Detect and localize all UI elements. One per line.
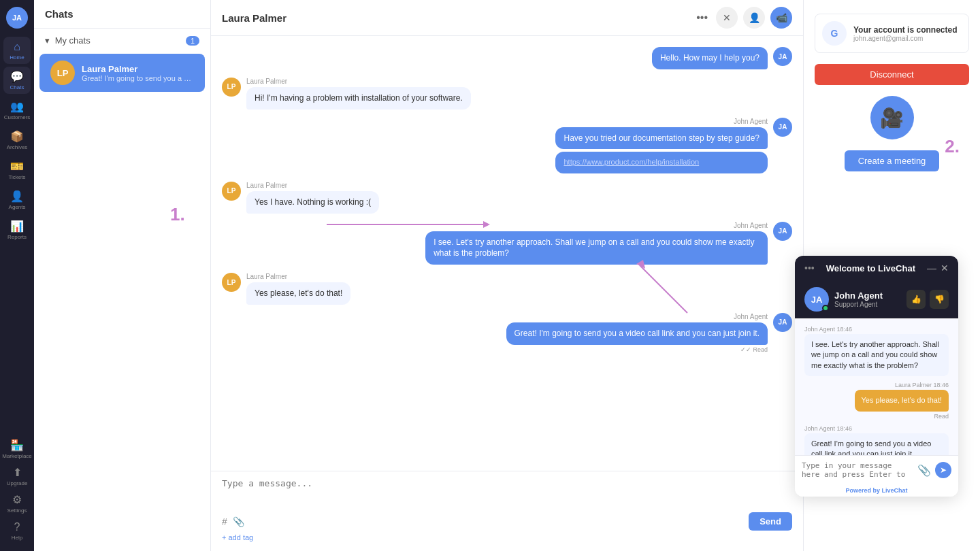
- sidebar-item-archives[interactable]: 📦 Archives: [3, 127, 31, 154]
- sidebar-label-customers: Customers: [4, 114, 31, 120]
- video-call-button[interactable]: 📹: [770, 7, 792, 29]
- agent-avatar: JA: [773, 222, 792, 241]
- sidebar: JA ⌂ Home 💬 Chats 👥 Customers 📦 Archives…: [0, 0, 34, 551]
- message-content: Hello. How may I help you?: [652, 47, 768, 69]
- customer-avatar: LP: [222, 78, 241, 97]
- message-input[interactable]: [222, 478, 792, 505]
- attachment-button[interactable]: 📎: [233, 516, 244, 527]
- livechat-agent-info: JA John Agent Support Agent 👍 👎: [795, 280, 958, 319]
- message-bubble: Hi! I'm having a problem with installati…: [246, 87, 471, 110]
- thumbs-down-button[interactable]: 👎: [930, 290, 949, 309]
- sidebar-label-marketplace: Marketplace: [2, 453, 32, 459]
- google-connected-label: Your account is connected: [853, 25, 962, 35]
- sidebar-item-tickets[interactable]: 🎫 Tickets: [3, 156, 31, 184]
- my-chats-label: ▾ My chats: [45, 35, 91, 46]
- lc-bubble: I see. Let's try another approach. Shall…: [804, 334, 949, 376]
- livechat-minimize-button[interactable]: —: [927, 263, 936, 273]
- user-avatar[interactable]: JA: [6, 7, 28, 29]
- chats-icon: 💬: [10, 70, 24, 83]
- livechat-widget: ••• Welcome to LiveChat — ✕ JA John Agen…: [795, 256, 958, 497]
- lc-message-2: Laura Palmer 18:46 Yes please, let's do …: [804, 382, 949, 419]
- chat-header-actions: ••• ✕ 👤 📹: [693, 7, 792, 29]
- message-sender: John Agent: [555, 118, 768, 125]
- sidebar-item-customers[interactable]: 👥 Customers: [3, 97, 31, 124]
- message-row: LP Laura Palmer Hi! I'm having a problem…: [222, 78, 792, 110]
- livechat-messages: John Agent 18:46 I see. Let's try anothe…: [795, 319, 958, 455]
- customer-avatar: LP: [222, 182, 241, 201]
- lc-bubble: Yes please, let's do that!: [855, 390, 949, 411]
- sidebar-label-agents: Agents: [9, 204, 26, 210]
- agent-avatar: JA: [773, 313, 792, 332]
- lc-message-3: John Agent 18:46 Great! I'm going to sen…: [804, 425, 949, 455]
- sidebar-item-upgrade[interactable]: ⬆ Upgrade: [3, 463, 31, 490]
- google-avatar: G: [822, 21, 847, 46]
- message-sender: Laura Palmer: [246, 182, 379, 189]
- livechat-input-area: 📎 ➤: [795, 455, 958, 484]
- livechat-agent-details: John Agent Support Agent: [834, 290, 901, 308]
- video-meet-icon: 🎥: [880, 107, 904, 129]
- chat-avatar: LP: [50, 61, 75, 85]
- more-options-button[interactable]: •••: [693, 9, 710, 27]
- sidebar-item-agents[interactable]: 👤 Agents: [3, 186, 31, 214]
- archives-icon: 📦: [10, 130, 24, 143]
- google-info: Your account is connected john.agent@gma…: [853, 25, 962, 42]
- upgrade-icon: ⬆: [13, 466, 22, 479]
- sidebar-label-help: Help: [12, 535, 22, 541]
- livechat-send-button[interactable]: ➤: [935, 462, 951, 478]
- create-meeting-button[interactable]: Create a meeting: [845, 150, 940, 171]
- send-button[interactable]: Send: [749, 512, 792, 531]
- chat-list-title: Chats: [34, 0, 210, 29]
- close-chat-button[interactable]: ✕: [716, 7, 738, 29]
- livechat-more-btn[interactable]: •••: [804, 263, 815, 273]
- chat-window: Laura Palmer ••• ✕ 👤 📹 JA Hello. How may…: [211, 0, 803, 551]
- livechat-attach-icon[interactable]: 📎: [917, 464, 931, 477]
- lc-msg-meta: Laura Palmer 18:46: [895, 382, 949, 388]
- agent-avatar: JA: [773, 47, 792, 66]
- message-row: JA Hello. How may I help you?: [222, 47, 792, 69]
- message-row: JA John Agent I see. Let's try another a…: [222, 222, 792, 265]
- message-link[interactable]: https://www.product.com/help/installatio…: [555, 152, 768, 173]
- sidebar-item-marketplace[interactable]: 🏪 Marketplace: [3, 435, 31, 463]
- message-content: John Agent Great! I'm going to send you …: [506, 313, 768, 353]
- chat-list-item[interactable]: LP Laura Palmer Great! I'm going to send…: [39, 54, 205, 92]
- livechat-agent-avatar: JA: [804, 287, 829, 312]
- google-email: john.agent@gmail.com: [853, 35, 962, 42]
- message-bubble: Great! I'm going to send you a video cal…: [506, 322, 768, 345]
- my-chats-toggle[interactable]: ▾ My chats 1: [34, 29, 210, 52]
- thumbs-up-button[interactable]: 👍: [906, 290, 926, 309]
- lc-message-1: John Agent 18:46 I see. Let's try anothe…: [804, 326, 949, 376]
- hashtag-button[interactable]: #: [222, 516, 227, 527]
- sidebar-item-chats[interactable]: 💬 Chats: [3, 67, 31, 94]
- message-input-area: # 📎 Send + add tag: [211, 471, 803, 551]
- livechat-close-button[interactable]: ✕: [941, 263, 949, 273]
- sidebar-label-tickets: Tickets: [8, 174, 25, 180]
- sidebar-item-settings[interactable]: ⚙ Settings: [3, 490, 31, 517]
- lc-read-status: Read: [934, 413, 949, 420]
- sidebar-item-reports[interactable]: 📊 Reports: [3, 216, 31, 244]
- message-content: Laura Palmer Yes I have. Nothing is work…: [246, 182, 379, 214]
- sidebar-item-help[interactable]: ? Help: [3, 517, 31, 544]
- video-icon-circle: 🎥: [870, 96, 914, 139]
- message-row: JA John Agent Have you tried our documen…: [222, 118, 792, 173]
- message-sender: Laura Palmer: [246, 273, 350, 280]
- livechat-header-actions: — ✕: [927, 263, 949, 273]
- message-sender: John Agent: [506, 313, 768, 320]
- agents-icon: 👤: [10, 190, 24, 203]
- tickets-icon: 🎫: [10, 160, 24, 173]
- livechat-input[interactable]: [802, 461, 913, 479]
- livechat-rating: 👍 👎: [906, 290, 949, 309]
- chat-header: Laura Palmer ••• ✕ 👤 📹: [211, 0, 803, 36]
- livechat-agent-role: Support Agent: [834, 301, 901, 308]
- customer-avatar: LP: [222, 273, 241, 292]
- chat-list-panel: Chats ▾ My chats 1 LP Laura Palmer Great…: [34, 0, 211, 551]
- disconnect-button[interactable]: Disconnect: [815, 64, 969, 85]
- add-tag-button[interactable]: + add tag: [222, 531, 792, 544]
- settings-icon: ⚙: [12, 493, 22, 506]
- messages-area: JA Hello. How may I help you? LP Laura P…: [211, 36, 803, 471]
- message-sender: Laura Palmer: [246, 78, 471, 85]
- livechat-powered-by: Powered by LiveChat: [795, 484, 958, 497]
- sidebar-item-home[interactable]: ⌂ Home: [3, 37, 31, 64]
- livechat-title: Welcome to LiveChat: [826, 263, 915, 273]
- lc-msg-meta: John Agent 18:46: [804, 326, 949, 333]
- user-info-button[interactable]: 👤: [743, 7, 765, 29]
